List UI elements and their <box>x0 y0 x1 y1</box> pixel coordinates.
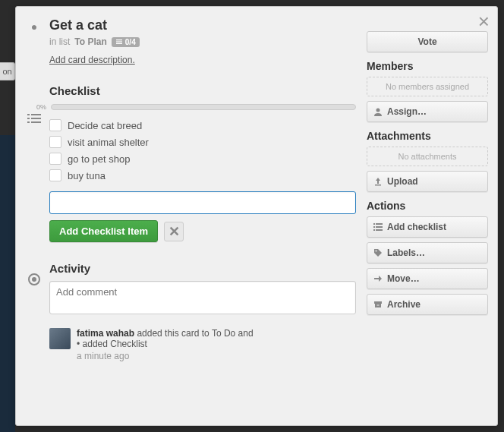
checklist-item[interactable]: Decide cat breed <box>49 117 356 134</box>
members-heading: Members <box>367 60 488 72</box>
upload-label: Upload <box>387 176 418 187</box>
svg-rect-15 <box>373 226 375 228</box>
svg-rect-6 <box>31 118 41 119</box>
activity-user[interactable]: fatima wahab <box>77 328 134 339</box>
cancel-add-item-button[interactable]: ✕ <box>164 222 184 241</box>
checklist-item[interactable]: visit animal shelter <box>49 134 356 150</box>
attachments-heading: Attachments <box>367 130 488 142</box>
upload-button[interactable]: Upload <box>367 171 488 192</box>
background-stripe <box>0 135 15 432</box>
activity-icon <box>25 273 43 290</box>
svg-rect-12 <box>375 184 381 186</box>
add-description-link[interactable]: Add card description. <box>49 55 135 65</box>
new-checklist-item-input[interactable] <box>49 191 356 214</box>
no-attachments-placeholder: No attachments <box>367 147 488 166</box>
upload-icon <box>373 177 383 186</box>
card-title[interactable]: Get a cat <box>49 14 356 33</box>
labels-button[interactable]: Labels… <box>367 242 488 263</box>
progress-row: 0% <box>49 103 356 111</box>
checklist-icon <box>25 112 43 128</box>
tag-icon <box>373 248 383 257</box>
checkbox[interactable] <box>49 169 61 181</box>
add-checklist-item-button[interactable]: Add Checklist Item <box>49 220 158 242</box>
checklist-item-label: Decide cat breed <box>68 120 142 131</box>
checkbox[interactable] <box>49 153 61 165</box>
checklist-item[interactable]: go to pet shop <box>49 150 356 167</box>
checklist-badge: 0/4 <box>112 37 140 47</box>
activity-subaction: added Checklist <box>77 339 254 349</box>
list-name[interactable]: To Plan <box>74 36 106 47</box>
checklist-item-label: visit animal shelter <box>68 137 149 148</box>
badge-count: 0/4 <box>125 38 136 46</box>
card-dot-icon: ● <box>25 20 43 33</box>
svg-rect-18 <box>376 229 383 231</box>
no-members-placeholder: No members assigned <box>367 77 488 96</box>
move-button[interactable]: Move… <box>367 268 488 289</box>
svg-point-11 <box>376 109 380 112</box>
close-icon[interactable]: × <box>478 11 490 31</box>
sidebar: Vote Members No members assigned Assign…… <box>367 14 488 418</box>
svg-point-19 <box>376 251 377 252</box>
svg-rect-14 <box>376 223 383 225</box>
checklist-item-label: go to pet shop <box>68 153 130 165</box>
archive-label: Archive <box>387 299 421 310</box>
archive-button[interactable]: Archive <box>367 294 488 315</box>
svg-rect-16 <box>376 226 383 228</box>
svg-rect-4 <box>31 114 41 115</box>
comment-input[interactable] <box>49 281 356 314</box>
svg-rect-8 <box>31 121 41 123</box>
activity-time: a minute ago <box>77 351 254 361</box>
checkbox[interactable] <box>49 119 61 131</box>
assign-label: Assign… <box>387 106 427 117</box>
add-checklist-label: Add checklist <box>387 222 446 232</box>
arrow-right-icon <box>373 274 383 283</box>
checklist-items: Decide cat breed visit animal shelter go… <box>49 117 356 184</box>
activity-heading: Activity <box>49 262 356 275</box>
vote-button[interactable]: Vote <box>367 31 488 52</box>
svg-rect-20 <box>374 301 382 304</box>
checklist-item-label: buy tuna <box>68 170 106 181</box>
move-label: Move… <box>387 273 420 284</box>
progress-percent: 0% <box>33 103 46 111</box>
labels-label: Labels… <box>387 248 425 258</box>
main-column: ● Get a cat in list To Plan 0/4 Add card… <box>25 14 356 418</box>
progress-bar <box>51 104 356 110</box>
svg-rect-22 <box>377 305 380 306</box>
card-modal: × ● Get a cat in list To Plan 0/4 Add ca… <box>15 6 498 426</box>
background-fragment: on <box>0 62 15 80</box>
add-checklist-button[interactable]: Add checklist <box>367 216 488 238</box>
archive-icon <box>373 300 383 309</box>
svg-rect-13 <box>373 223 375 225</box>
list-icon <box>373 222 383 232</box>
user-icon <box>373 107 383 116</box>
svg-rect-3 <box>27 114 30 115</box>
checklist-item[interactable]: buy tuna <box>49 167 356 184</box>
avatar[interactable] <box>49 328 71 349</box>
actions-heading: Actions <box>367 200 488 212</box>
activity-action: added this card to To Do and <box>137 328 253 339</box>
svg-rect-7 <box>27 121 30 123</box>
activity-entry: fatima wahab added this card to To Do an… <box>49 328 356 361</box>
checklist-heading: Checklist <box>49 84 356 97</box>
card-list-line: in list To Plan 0/4 <box>49 36 356 47</box>
svg-rect-17 <box>373 229 375 231</box>
list-prefix: in list <box>49 36 70 47</box>
svg-rect-5 <box>27 118 30 119</box>
checkbox[interactable] <box>49 136 61 148</box>
assign-button[interactable]: Assign… <box>367 101 488 122</box>
activity-text: fatima wahab added this card to To Do an… <box>77 328 254 339</box>
svg-point-10 <box>33 278 36 281</box>
